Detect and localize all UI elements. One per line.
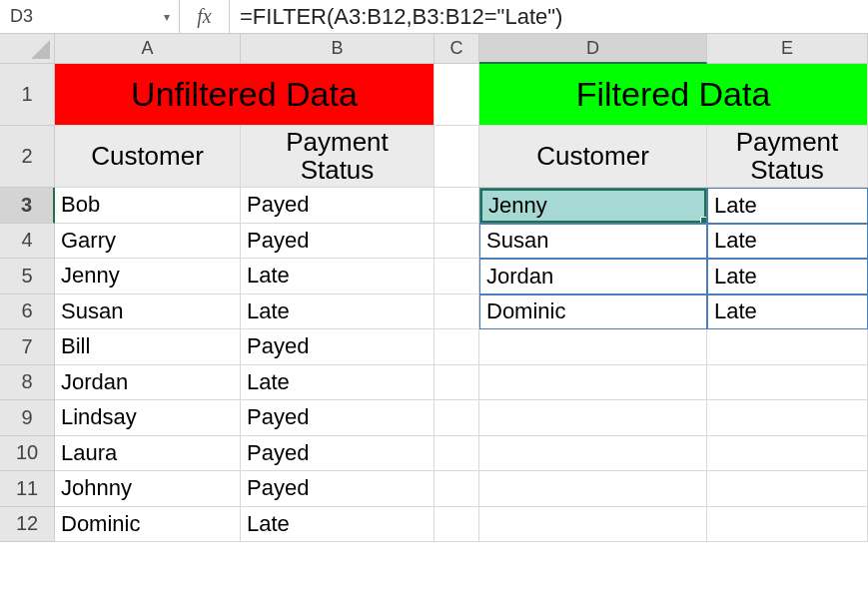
row-header-3[interactable]: 3 <box>0 188 55 224</box>
unfiltered-payment-header[interactable]: Payment Status <box>241 126 434 188</box>
row-header-4[interactable]: 4 <box>0 224 55 260</box>
filtered-customer-header[interactable]: Customer <box>479 126 707 188</box>
cell-b7[interactable]: Payed <box>241 329 434 365</box>
name-box[interactable]: D3 ▾ <box>0 0 180 33</box>
fill-handle[interactable] <box>700 217 707 224</box>
cell-e9[interactable] <box>707 400 868 436</box>
select-all-corner[interactable] <box>0 34 55 64</box>
unfiltered-title[interactable]: Unfiltered Data <box>55 64 434 126</box>
cell-b4[interactable]: Payed <box>241 224 434 260</box>
cell-e7[interactable] <box>707 329 868 365</box>
row-header-1[interactable]: 1 <box>0 64 55 126</box>
cell-b3[interactable]: Payed <box>241 188 434 224</box>
cell-c7[interactable] <box>434 329 479 365</box>
cell-b9[interactable]: Payed <box>241 400 434 436</box>
cell-e10[interactable] <box>707 436 868 472</box>
cell-c1[interactable] <box>434 64 479 126</box>
cell-d5[interactable]: Jordan <box>479 259 707 294</box>
cell-e11[interactable] <box>707 471 868 507</box>
cell-d4[interactable]: Susan <box>479 224 707 260</box>
cell-c6[interactable] <box>434 294 479 330</box>
formula-input[interactable]: =FILTER(A3:B12,B3:B12="Late") <box>230 0 868 33</box>
row-header-6[interactable]: 6 <box>0 294 55 330</box>
cell-c5[interactable] <box>434 259 479 294</box>
cell-b5[interactable]: Late <box>241 259 434 294</box>
cell-d11[interactable] <box>479 471 707 507</box>
row-header-12[interactable]: 12 <box>0 507 55 543</box>
cell-a10[interactable]: Laura <box>55 436 241 472</box>
cell-c2[interactable] <box>434 126 479 188</box>
cell-a3[interactable]: Bob <box>55 188 241 224</box>
cell-e4[interactable]: Late <box>707 224 868 260</box>
cell-a7[interactable]: Bill <box>55 329 241 365</box>
cell-e6[interactable]: Late <box>707 294 868 330</box>
cell-e12[interactable] <box>707 507 868 543</box>
row-header-9[interactable]: 9 <box>0 400 55 436</box>
cell-d8[interactable] <box>479 365 707 401</box>
row-header-5[interactable]: 5 <box>0 259 55 294</box>
col-header-a[interactable]: A <box>55 34 241 64</box>
row-header-7[interactable]: 7 <box>0 329 55 365</box>
cell-d9[interactable] <box>479 400 707 436</box>
col-header-b[interactable]: B <box>241 34 434 64</box>
cell-c8[interactable] <box>434 365 479 401</box>
formula-bar: D3 ▾ fx =FILTER(A3:B12,B3:B12="Late") <box>0 0 868 34</box>
col-header-e[interactable]: E <box>707 34 868 64</box>
cell-e3[interactable]: Late <box>707 188 868 224</box>
cell-d3[interactable]: Jenny <box>479 188 707 224</box>
cell-b11[interactable]: Payed <box>241 471 434 507</box>
cell-b6[interactable]: Late <box>241 294 434 330</box>
cell-d7[interactable] <box>479 329 707 365</box>
row-header-10[interactable]: 10 <box>0 436 55 472</box>
cell-a6[interactable]: Susan <box>55 294 241 330</box>
filtered-title[interactable]: Filtered Data <box>479 64 868 126</box>
cell-value: Jenny <box>488 193 547 219</box>
unfiltered-customer-header[interactable]: Customer <box>55 126 241 188</box>
cell-a11[interactable]: Johnny <box>55 471 241 507</box>
cell-c3[interactable] <box>434 188 479 224</box>
cell-b10[interactable]: Payed <box>241 436 434 472</box>
spreadsheet-grid[interactable]: A B C D E 1 Unfiltered Data Filtered Dat… <box>0 34 868 542</box>
row-header-2[interactable]: 2 <box>0 126 55 188</box>
cell-a9[interactable]: Lindsay <box>55 400 241 436</box>
name-box-value: D3 <box>0 6 155 27</box>
cell-c4[interactable] <box>434 224 479 260</box>
cell-c12[interactable] <box>434 507 479 543</box>
cell-c11[interactable] <box>434 471 479 507</box>
cell-a5[interactable]: Jenny <box>55 259 241 294</box>
col-header-d[interactable]: D <box>479 34 707 64</box>
cell-d10[interactable] <box>479 436 707 472</box>
active-cell[interactable]: Jenny <box>480 189 706 223</box>
cell-b8[interactable]: Late <box>241 365 434 401</box>
cell-e8[interactable] <box>707 365 868 401</box>
cell-a4[interactable]: Garry <box>55 224 241 260</box>
cell-d6[interactable]: Dominic <box>479 294 707 330</box>
col-header-c[interactable]: C <box>434 34 479 64</box>
cell-c9[interactable] <box>434 400 479 436</box>
fx-icon[interactable]: fx <box>180 0 230 33</box>
filtered-payment-header[interactable]: Payment Status <box>707 126 868 188</box>
cell-a12[interactable]: Dominic <box>55 507 241 543</box>
cell-a8[interactable]: Jordan <box>55 365 241 401</box>
cell-e5[interactable]: Late <box>707 259 868 294</box>
row-header-11[interactable]: 11 <box>0 471 55 507</box>
cell-c10[interactable] <box>434 436 479 472</box>
svg-marker-0 <box>31 40 50 59</box>
cell-d12[interactable] <box>479 507 707 543</box>
chevron-down-icon[interactable]: ▾ <box>155 10 179 24</box>
cell-b12[interactable]: Late <box>241 507 434 543</box>
row-header-8[interactable]: 8 <box>0 365 55 401</box>
